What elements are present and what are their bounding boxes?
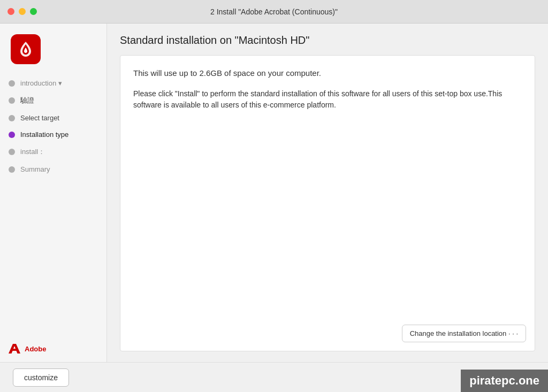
acrobat-icon	[16, 40, 35, 59]
space-info-text: This will use up to 2.6GB of space on yo…	[133, 68, 522, 78]
title-bar: 2 Install "Adobe Acrobat (Continuous)"	[0, 0, 548, 24]
main-container: introduction ▾ 驗證 Select target Installa…	[0, 24, 548, 362]
sidebar-label-installation-type: Installation type	[20, 130, 68, 139]
window-controls	[7, 8, 37, 15]
content-title: Standard installation on "Macintosh HD"	[120, 34, 535, 47]
watermark: piratepc.one	[461, 370, 548, 392]
sidebar-item-installation-type[interactable]: Installation type	[0, 126, 106, 143]
change-location-button[interactable]: Change the installation location · · ·	[402, 325, 526, 342]
sidebar-dot-installation-type	[9, 132, 15, 138]
sidebar-dot-verification	[9, 97, 15, 104]
sidebar-item-summary[interactable]: Summary	[0, 161, 106, 178]
sidebar-footer: Adobe	[0, 335, 106, 362]
sidebar-label-install: install：	[20, 147, 45, 157]
adobe-logo-icon	[9, 344, 20, 353]
sidebar-item-select-target[interactable]: Select target	[0, 110, 106, 126]
sidebar-item-install[interactable]: install：	[0, 143, 106, 161]
sidebar-label-introduction: introduction ▾	[20, 79, 62, 87]
sidebar-dot-install	[9, 149, 15, 155]
sidebar-dot-introduction	[9, 80, 15, 87]
customize-button[interactable]: customize	[13, 368, 69, 387]
minimize-button[interactable]	[19, 8, 26, 15]
sidebar: introduction ▾ 驗證 Select target Installa…	[0, 24, 107, 362]
sidebar-dot-select-target	[9, 115, 15, 121]
content-box: This will use up to 2.6GB of space on yo…	[120, 55, 535, 351]
bottom-actions: Change the installation location · · ·	[402, 325, 526, 342]
install-description-text: Please click "Install" to perform the st…	[133, 88, 522, 111]
maximize-button[interactable]	[30, 8, 37, 15]
close-button[interactable]	[7, 8, 14, 15]
sidebar-label-summary: Summary	[20, 165, 50, 173]
sidebar-item-introduction[interactable]: introduction ▾	[0, 75, 106, 91]
sidebar-item-verification[interactable]: 驗證	[0, 91, 106, 110]
sidebar-label-verification: 驗證	[20, 96, 34, 105]
adobe-logo-text: Adobe	[25, 345, 46, 353]
window-title: 2 Install "Adobe Acrobat (Continuous)"	[210, 7, 338, 16]
app-logo	[11, 34, 41, 64]
sidebar-dot-summary	[9, 166, 15, 173]
sidebar-label-select-target: Select target	[20, 114, 59, 122]
content-area: Standard installation on "Macintosh HD" …	[107, 24, 548, 362]
